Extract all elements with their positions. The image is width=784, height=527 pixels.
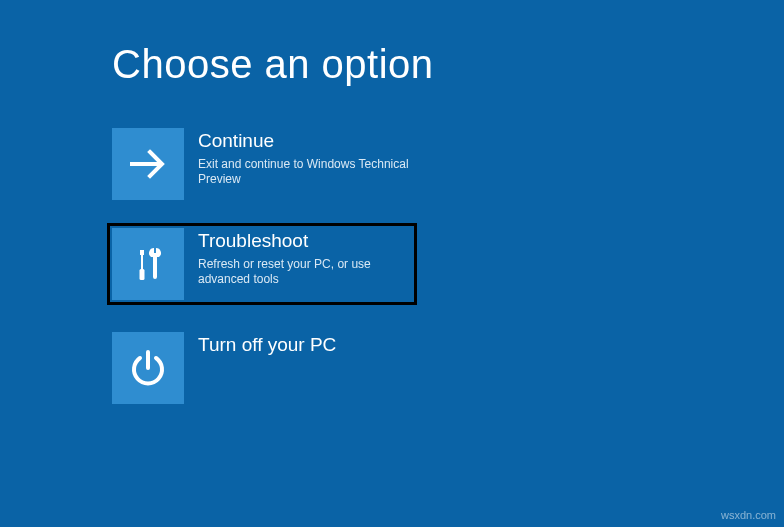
option-title: Troubleshoot — [198, 230, 410, 253]
option-description: Exit and continue to Windows Technical P… — [198, 157, 412, 188]
option-text: Troubleshoot Refresh or reset your PC, o… — [198, 228, 410, 288]
option-text: Continue Exit and continue to Windows Te… — [198, 128, 412, 188]
options-list: Continue Exit and continue to Windows Te… — [112, 128, 416, 432]
option-title: Continue — [198, 130, 412, 153]
svg-rect-3 — [140, 269, 145, 280]
watermark: wsxdn.com — [721, 509, 776, 521]
option-tile — [112, 332, 184, 404]
svg-rect-1 — [140, 250, 144, 255]
option-text: Turn off your PC — [198, 332, 412, 361]
option-turn-off[interactable]: Turn off your PC — [112, 332, 412, 404]
option-title: Turn off your PC — [198, 334, 412, 357]
option-description: Refresh or reset your PC, or use advance… — [198, 257, 410, 288]
option-tile — [112, 128, 184, 200]
tools-icon — [126, 242, 170, 286]
option-troubleshoot[interactable]: Troubleshoot Refresh or reset your PC, o… — [108, 224, 416, 304]
option-continue[interactable]: Continue Exit and continue to Windows Te… — [112, 128, 412, 200]
page-title: Choose an option — [112, 42, 434, 87]
svg-rect-2 — [141, 255, 143, 269]
arrow-right-icon — [126, 142, 170, 186]
power-icon — [126, 346, 170, 390]
option-tile — [112, 228, 184, 300]
